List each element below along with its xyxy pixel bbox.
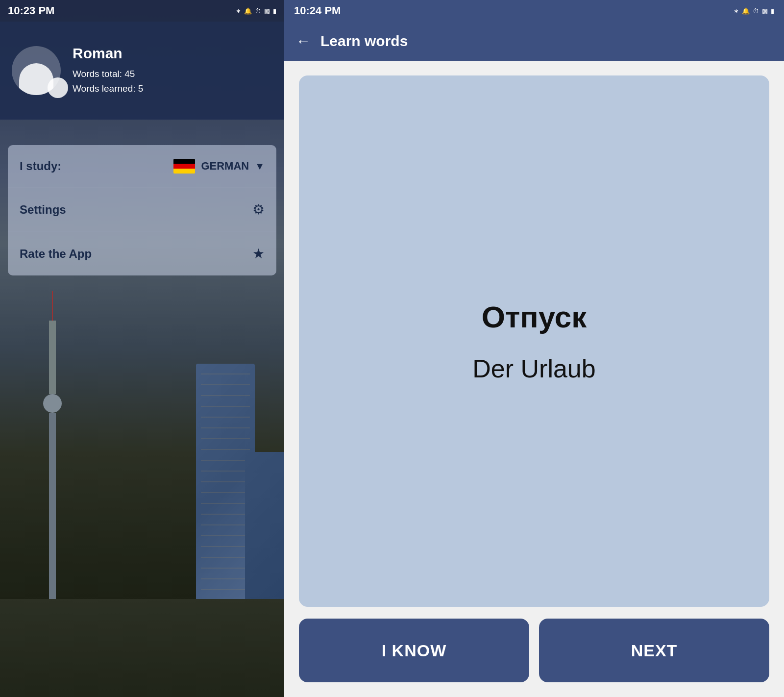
- words-total: Words total: 45: [73, 67, 143, 81]
- status-icons-left: ∗ 🔔 ⏱ ▩ ▮: [236, 7, 276, 15]
- back-arrow-icon: ←: [296, 33, 311, 50]
- right-panel: 10:24 PM ∗ 🔔 ⏱ ▩ ▮ ← Learn words Отпуск …: [284, 0, 784, 697]
- lang-selector: GERMAN ▼: [173, 159, 265, 174]
- gear-icon: ⚙: [252, 201, 265, 218]
- bluetooth-icon: ∗: [236, 7, 241, 15]
- flag-gold: [173, 169, 195, 174]
- alarm-icon-right: ⏱: [753, 7, 759, 15]
- words-learned: Words learned: 5: [73, 81, 143, 96]
- left-panel: 10:23 PM ∗ 🔔 ⏱ ▩ ▮ Roman Words total: 45…: [0, 0, 284, 697]
- header-left: Roman Words total: 45 Words learned: 5: [0, 22, 284, 120]
- rate-app-item[interactable]: Rate the App ★: [8, 232, 276, 275]
- german-flag: [173, 159, 195, 174]
- user-stats: Words total: 45 Words learned: 5: [73, 67, 143, 97]
- status-bar-right: 10:24 PM ∗ 🔔 ⏱ ▩ ▮: [284, 0, 784, 22]
- header-right: ← Learn words: [284, 22, 784, 61]
- battery-icon: ▮: [273, 7, 276, 15]
- star-icon: ★: [252, 246, 265, 262]
- chevron-down-icon: ▼: [255, 161, 265, 172]
- avatar-head: [48, 77, 68, 98]
- signal-icon: ▩: [264, 7, 270, 15]
- volume-icon-right: 🔔: [742, 7, 750, 15]
- flag-red: [173, 164, 195, 169]
- alarm-icon: ⏱: [255, 7, 261, 15]
- word-german: Der Urlaub: [472, 354, 595, 383]
- next-button-label: NEXT: [631, 641, 678, 660]
- learn-content: Отпуск Der Urlaub I KNOW NEXT: [284, 61, 784, 697]
- know-button[interactable]: I KNOW: [299, 619, 529, 682]
- status-icons-right: ∗ 🔔 ⏱ ▩ ▮: [734, 7, 774, 15]
- settings-label: Settings: [20, 203, 246, 217]
- rate-label: Rate the App: [20, 247, 246, 261]
- back-button[interactable]: ←: [296, 33, 311, 50]
- study-label: I study:: [20, 159, 173, 173]
- settings-item[interactable]: Settings ⚙: [8, 188, 276, 232]
- user-info: Roman Words total: 45 Words learned: 5: [73, 45, 143, 97]
- signal-icon-right: ▩: [762, 7, 768, 15]
- battery-icon-right: ▮: [771, 7, 774, 15]
- menu-area: I study: GERMAN ▼ Settings ⚙ Rate: [0, 137, 284, 283]
- language-item[interactable]: I study: GERMAN ▼: [8, 145, 276, 188]
- bluetooth-icon-right: ∗: [734, 7, 739, 15]
- avatar: [12, 46, 61, 95]
- word-card: Отпуск Der Urlaub: [299, 75, 769, 607]
- flag-black: [173, 159, 195, 164]
- status-bar-left: 10:23 PM ∗ 🔔 ⏱ ▩ ▮: [0, 0, 284, 22]
- menu-card: I study: GERMAN ▼ Settings ⚙ Rate: [8, 145, 276, 275]
- word-russian: Отпуск: [482, 299, 587, 334]
- action-buttons: I KNOW NEXT: [299, 619, 769, 682]
- volume-icon: 🔔: [244, 7, 252, 15]
- status-time-left: 10:23 PM: [8, 4, 54, 17]
- language-name: GERMAN: [201, 160, 249, 173]
- know-button-label: I KNOW: [382, 641, 447, 660]
- learn-words-title: Learn words: [320, 33, 408, 50]
- status-time-right: 10:24 PM: [294, 4, 341, 17]
- next-button[interactable]: NEXT: [539, 619, 769, 682]
- user-name: Roman: [73, 45, 143, 62]
